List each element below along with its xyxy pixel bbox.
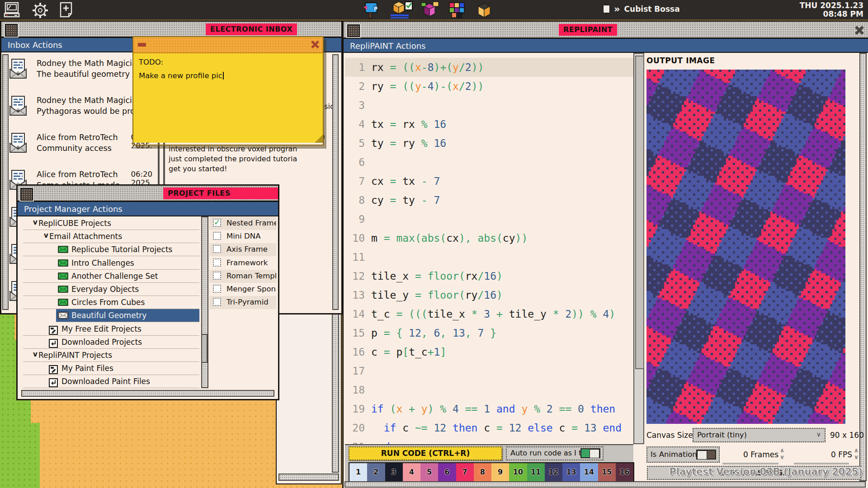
minimize-icon[interactable] [138, 43, 146, 47]
replipaint-actions-bar[interactable]: RepliPAINT Actions [344, 39, 868, 53]
scrollbar-thumb[interactable] [201, 334, 208, 363]
tree-item-my-free-edit-projects[interactable]: My Free Edit Projects [23, 323, 199, 336]
palette-app-icon[interactable] [447, 1, 467, 19]
tree-item-downloaded-projects[interactable]: Downloaded Projects [23, 336, 199, 349]
palette-swatch-6[interactable]: 6 [438, 463, 456, 483]
tree-item-beautiful-geometry[interactable]: Beautiful Geometry [56, 309, 199, 322]
code-line-20[interactable]: 20 if c ~= 12 then c = 12 else c = 13 en… [345, 418, 633, 437]
gear-icon[interactable] [31, 2, 50, 19]
sticky-note-body[interactable]: TODO: Make a new profile pic [133, 53, 323, 143]
checkbox[interactable] [213, 258, 221, 267]
code-line-11[interactable]: 11 [345, 248, 633, 267]
code-line-7[interactable]: 7cx = tx - 7 [345, 172, 633, 191]
caret-down-icon[interactable]: v [33, 350, 38, 358]
code-editor[interactable]: 1rx = ((x-8)+(y/2))2ry = ((y-4)-(x/2))34… [345, 53, 633, 444]
code-line-17[interactable]: 17 [345, 361, 633, 380]
new-file-icon[interactable] [59, 2, 73, 18]
checklist-item-nested-frames[interactable]: ✓Nested Frames [209, 217, 276, 230]
tree-item-my-paint-files[interactable]: My Paint Files [23, 362, 199, 375]
checkbox[interactable] [213, 285, 221, 293]
scrollbar-thumb[interactable] [635, 56, 644, 369]
checklist-item-tri-pyramid[interactable]: Tri-Pyramid [209, 296, 276, 309]
code-line-12[interactable]: 12tile_x = floor(rx/16) [345, 267, 633, 286]
voxel-app-icon[interactable] [420, 1, 440, 19]
checkbox[interactable] [213, 232, 221, 240]
close-icon[interactable] [855, 26, 864, 35]
palette-swatch-8[interactable]: 8 [474, 463, 491, 483]
checklist-item-mini-dna[interactable]: Mini DNA [209, 230, 276, 243]
checkbox[interactable]: ✓ [213, 219, 221, 227]
project-tree-scrollbar[interactable] [201, 216, 208, 388]
mail-app-icon[interactable]: P [360, 1, 381, 19]
tree-item-intro-challenges[interactable]: Intro Challenges [23, 257, 199, 270]
code-line-8[interactable]: 8cy = ty - 7 [345, 191, 633, 210]
is-animation-toggle[interactable] [696, 450, 716, 460]
code-line-16[interactable]: 16c = p[t_c+1] [345, 343, 633, 361]
palette-swatch-11[interactable]: 11 [527, 463, 545, 483]
project-manager-actions-bar[interactable]: Project Manager Actions [18, 202, 278, 216]
computer-icon[interactable] [4, 2, 22, 18]
code-line-14[interactable]: 14t_c = (((tile_x * 3 + tile_y * 2)) % 4… [345, 305, 633, 324]
palette-swatch-14[interactable]: 14 [580, 463, 598, 483]
inbox-right-scrollbar[interactable] [332, 54, 339, 310]
code-line-15[interactable]: 15p = { 12, 6, 13, 7 } [345, 324, 633, 343]
fps-stepper[interactable]: ∧∨ [853, 447, 860, 461]
replipaint-vscrollbar[interactable] [859, 53, 867, 481]
palette-swatch-15[interactable]: 15 [598, 463, 616, 483]
tree-item-replicube-projects[interactable]: vRepliCUBE Projects [23, 217, 199, 230]
palette-swatch-4[interactable]: 4 [403, 463, 420, 483]
checklist-item-roman-temple[interactable]: Roman Temple [209, 270, 276, 283]
replipaint-titlebar[interactable]: REPLIPAINT [344, 22, 868, 39]
palette-swatch-3[interactable]: 3 [385, 463, 403, 483]
replicube-app-icon[interactable] [387, 1, 413, 19]
code-line-3[interactable]: 3 [345, 96, 633, 115]
checkbox[interactable] [213, 298, 221, 306]
code-line-6[interactable]: 6 [345, 153, 633, 172]
tree-item-circles-from-cubes[interactable]: Circles From Cubes [23, 296, 199, 309]
caret-down-icon[interactable]: v [44, 231, 48, 239]
tree-item-replicube-tutorial-projects[interactable]: Replicube Tutorial Projects [23, 243, 199, 256]
palette-swatch-12[interactable]: 12 [545, 463, 562, 483]
tree-item-another-challenge-set[interactable]: Another Challenge Set [23, 270, 199, 283]
palette-swatch-13[interactable]: 13 [562, 463, 580, 483]
palette-swatch-7[interactable]: 7 [456, 463, 474, 483]
caret-down-icon[interactable]: v [33, 218, 38, 226]
code-line-19[interactable]: 19if (x + y) % 4 == 1 and y % 2 == 0 the… [345, 399, 633, 418]
sticky-note-titlebar[interactable] [133, 37, 323, 53]
code-line-13[interactable]: 13tile_y = floor(ry/16) [345, 286, 633, 305]
project-files-hscrollbar[interactable] [21, 390, 274, 397]
code-line-10[interactable]: 10m = max(abs(cx), abs(cy)) [345, 229, 633, 248]
checklist-item-axis-frame[interactable]: Axis Frame [209, 243, 276, 256]
palette-swatch-2[interactable]: 2 [367, 463, 385, 483]
canvas-size-dropdown[interactable]: Portrait (tiny) ∨ [693, 428, 826, 442]
palette-swatch-9[interactable]: 9 [491, 463, 509, 483]
cube-app-icon[interactable] [474, 1, 495, 19]
music-stop-icon[interactable] [603, 5, 610, 13]
sticky-note[interactable]: TODO: Make a new profile pic [132, 36, 324, 145]
checkbox[interactable] [213, 245, 221, 253]
replipaint-window-icon[interactable] [347, 24, 360, 37]
background-window-hscrollbar[interactable] [278, 474, 339, 481]
checkbox[interactable] [213, 272, 221, 280]
palette-swatch-10[interactable]: 10 [509, 463, 527, 483]
close-icon[interactable] [311, 41, 319, 49]
run-code-button[interactable]: RUN CODE (CTRL+R) [349, 446, 502, 460]
inbox-window-icon[interactable] [5, 24, 18, 37]
palette-swatch-5[interactable]: 5 [420, 463, 438, 483]
checklist-item-menger-sponge[interactable]: Menger Sponge [209, 283, 276, 296]
music-next-icon[interactable]: » [614, 5, 620, 13]
project-files-window-icon[interactable] [20, 188, 33, 201]
code-line-9[interactable]: 9 [345, 210, 633, 229]
code-line-21[interactable]: 21end [345, 437, 633, 444]
code-line-2[interactable]: 2ry = ((y-4)-(x/2)) [345, 77, 633, 96]
autorun-toggle[interactable] [580, 448, 600, 458]
code-line-1[interactable]: 1rx = ((x-8)+(y/2)) [345, 58, 633, 77]
checklist-item-framework[interactable]: Framework [209, 257, 276, 270]
code-line-5[interactable]: 5ty = ry % 16 [345, 134, 633, 153]
replipaint-hscrollbar[interactable] [344, 481, 866, 488]
tree-item-email-attachments[interactable]: vEmail Attachments [23, 230, 199, 243]
inbox-titlebar[interactable]: ELECTRONIC INBOX [1, 22, 341, 38]
tree-item-everyday-objects[interactable]: Everyday Objects [23, 283, 199, 296]
tree-item-replipaint-projects[interactable]: vRepliPAINT Projects [23, 349, 199, 362]
code-line-18[interactable]: 18 [345, 380, 633, 399]
